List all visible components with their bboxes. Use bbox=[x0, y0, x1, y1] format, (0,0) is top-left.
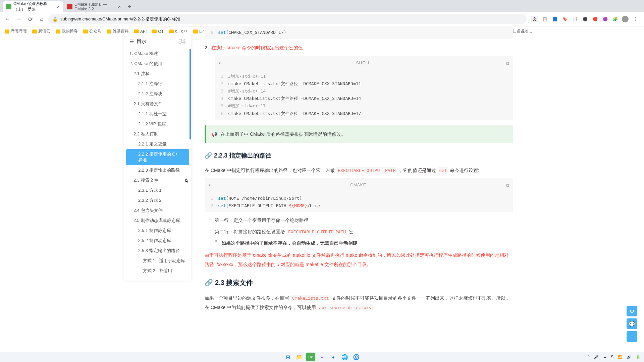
address-input[interactable]: 🔒 subingwen.cn/cmake/CMake-primer/#2-2-2… bbox=[48, 14, 527, 24]
page-viewport: ☰ 目录 34 1. CMake 概述2. CMake 的使用2.1 注释2.1… bbox=[0, 26, 644, 36]
tab-bar: CMake 保姆级教程（上）| 爱编 × CMake Tutorial — CM… bbox=[0, 0, 644, 12]
tab-title: CMake Tutorial — CMake 3.2 bbox=[74, 2, 115, 11]
close-icon[interactable]: × bbox=[57, 4, 60, 9]
menu-icon[interactable]: ⋮ bbox=[632, 16, 639, 22]
new-tab-button[interactable]: + bbox=[125, 1, 134, 12]
back-button[interactable]: ← bbox=[3, 14, 12, 24]
ext-icon[interactable]: 🔖 bbox=[561, 16, 568, 22]
ext-icon[interactable]: 📋 bbox=[541, 16, 548, 22]
close-icon[interactable]: × bbox=[118, 4, 121, 9]
url-text: subingwen.cn/cmake/CMake-primer/#2-2-2-指… bbox=[60, 16, 180, 22]
sidebar: ☰ 目录 34 1. CMake 概述2. CMake 的使用2.1 注释2.1… bbox=[121, 26, 195, 36]
lock-icon: 🔒 bbox=[52, 17, 58, 22]
ext-icon[interactable]: 🔴 bbox=[592, 16, 598, 22]
ext-icon[interactable]: 文 bbox=[531, 16, 538, 22]
tab-title: CMake 保姆级教程（上）| 爱编 bbox=[13, 1, 54, 12]
browser-tab-1[interactable]: CMake 保姆级教程（上）| 爱编 × bbox=[3, 1, 63, 12]
extension-icons: 文 📋 🟦 🔖 📑 ⚫ 🔴 🟣 🧩 ⋮ bbox=[529, 16, 641, 22]
ext-icon[interactable]: 🟣 bbox=[602, 16, 608, 22]
address-bar-row: ← → ⟳ ⌂ 🔒 subingwen.cn/cmake/CMake-prime… bbox=[0, 12, 644, 26]
ext-icon[interactable]: 📑 bbox=[572, 16, 578, 22]
article-content[interactable]: 6set(CMAKE_CXX_STANDARD 17) 2. 在执行 cmake… bbox=[195, 26, 523, 36]
browser-chrome: CMake 保姆级教程（上）| 爱编 × CMake Tutorial — CM… bbox=[0, 0, 644, 26]
forward-button[interactable]: → bbox=[14, 14, 23, 24]
favicon-icon bbox=[6, 4, 11, 9]
profile-avatar[interactable] bbox=[622, 16, 629, 22]
favicon-icon bbox=[67, 4, 72, 9]
toc-card: ☰ 目录 34 1. CMake 概述2. CMake 的使用2.1 注释2.1… bbox=[124, 33, 191, 36]
browser-tab-2[interactable]: CMake Tutorial — CMake 3.2 × bbox=[64, 1, 124, 12]
ext-icon[interactable]: 🟦 bbox=[551, 16, 558, 22]
home-button[interactable]: ⌂ bbox=[37, 14, 46, 24]
extensions-icon[interactable]: 🧩 bbox=[612, 16, 619, 22]
ext-icon[interactable]: ⚫ bbox=[582, 16, 588, 22]
reload-button[interactable]: ⟳ bbox=[25, 14, 35, 24]
